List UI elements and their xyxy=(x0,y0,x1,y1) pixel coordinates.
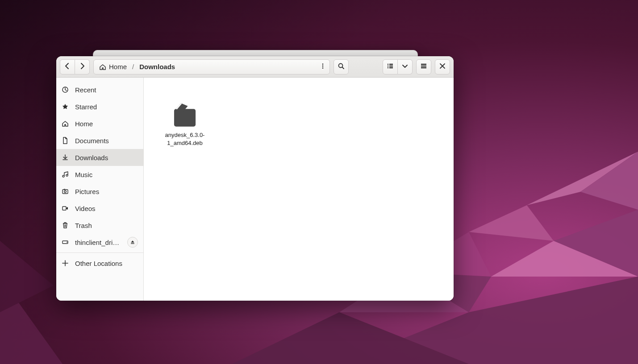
eject-icon xyxy=(130,239,135,246)
file-name-label: anydesk_6.3.0-1_amd64.deb xyxy=(159,131,211,147)
svg-point-14 xyxy=(322,67,323,68)
svg-rect-18 xyxy=(389,64,393,65)
nav-buttons xyxy=(60,59,90,74)
search-button[interactable] xyxy=(334,59,349,74)
sidebar-item-videos[interactable]: Videos xyxy=(56,200,143,217)
view-options-button[interactable] xyxy=(398,59,413,74)
eject-button[interactable] xyxy=(127,237,138,248)
sidebar-item-label: Trash xyxy=(75,222,138,229)
svg-rect-20 xyxy=(389,66,393,66)
home-icon xyxy=(62,120,69,127)
download-icon xyxy=(62,154,69,161)
sidebar-item-label: Documents xyxy=(75,137,138,145)
svg-point-32 xyxy=(67,242,67,243)
sidebar-item-music[interactable]: Music xyxy=(56,166,143,183)
svg-rect-19 xyxy=(388,66,388,66)
back-button[interactable] xyxy=(60,59,75,74)
svg-rect-29 xyxy=(64,189,65,190)
svg-line-16 xyxy=(342,67,344,69)
forward-button[interactable] xyxy=(75,59,90,74)
chevron-left-icon xyxy=(64,62,71,71)
file-item[interactable]: anydesk_6.3.0-1_amd64.deb xyxy=(156,90,213,149)
camera-icon xyxy=(62,188,69,195)
star-icon xyxy=(62,103,69,110)
path-menu-button[interactable] xyxy=(319,59,327,74)
hamburger-icon xyxy=(420,62,427,71)
headerbar-right xyxy=(383,59,450,74)
search-icon xyxy=(338,62,345,71)
svg-rect-21 xyxy=(388,67,388,68)
chevron-down-icon xyxy=(401,62,409,71)
trash-icon xyxy=(62,222,69,229)
sidebar-separator xyxy=(56,252,143,253)
clock-icon xyxy=(62,86,69,93)
video-icon xyxy=(62,205,69,212)
sidebar-item-label: Other Locations xyxy=(75,260,138,267)
close-icon xyxy=(439,62,446,71)
sidebar-item-home[interactable]: Home xyxy=(56,115,143,132)
chevron-right-icon xyxy=(79,62,86,71)
svg-rect-23 xyxy=(421,64,426,65)
drive-icon xyxy=(62,239,69,246)
music-icon xyxy=(62,171,69,178)
svg-point-12 xyxy=(322,63,323,64)
breadcrumb-current-label: Downloads xyxy=(139,63,175,70)
places-sidebar[interactable]: Recent Starred Home Documents Downloads xyxy=(56,78,144,301)
sidebar-item-label: Videos xyxy=(75,205,138,212)
sidebar-item-label: Recent xyxy=(75,86,138,94)
svg-rect-22 xyxy=(389,67,393,68)
breadcrumb-current[interactable]: Downloads xyxy=(137,62,178,71)
svg-rect-27 xyxy=(63,190,68,194)
view-switcher xyxy=(383,59,413,74)
breadcrumbs: Home / Downloads xyxy=(96,62,178,71)
svg-marker-2 xyxy=(469,205,554,241)
sidebar-item-label: thinclient_drives xyxy=(75,239,121,246)
icon-view[interactable]: anydesk_6.3.0-1_amd64.deb xyxy=(144,78,454,301)
path-bar[interactable]: Home / Downloads xyxy=(93,59,330,74)
list-view-button[interactable] xyxy=(383,59,398,74)
close-window-button[interactable] xyxy=(435,59,450,74)
file-manager-window: Home / Downloads xyxy=(56,56,454,301)
sidebar-item-label: Music xyxy=(75,171,138,178)
sidebar-item-thinclient-drives[interactable]: thinclient_drives xyxy=(56,234,143,251)
breadcrumb-home-label: Home xyxy=(109,63,127,70)
breadcrumb-separator: / xyxy=(132,63,134,70)
svg-point-28 xyxy=(64,190,67,193)
sidebar-item-documents[interactable]: Documents xyxy=(56,132,143,149)
sidebar-item-label: Downloads xyxy=(75,154,138,161)
document-icon xyxy=(62,137,69,144)
plus-icon xyxy=(62,260,69,267)
sidebar-item-label: Starred xyxy=(75,103,138,111)
list-view-icon xyxy=(387,62,394,71)
sidebar-item-starred[interactable]: Starred xyxy=(56,98,143,115)
sidebar-item-recent[interactable]: Recent xyxy=(56,81,143,98)
svg-rect-17 xyxy=(388,64,388,65)
hamburger-menu-button[interactable] xyxy=(416,59,431,74)
sidebar-item-label: Home xyxy=(75,120,138,128)
headerbar: Home / Downloads xyxy=(56,56,454,78)
package-icon xyxy=(167,93,203,128)
svg-point-13 xyxy=(322,66,323,66)
svg-marker-11 xyxy=(0,241,54,312)
sidebar-item-other-locations[interactable]: Other Locations xyxy=(56,255,143,272)
sidebar-item-trash[interactable]: Trash xyxy=(56,217,143,234)
svg-rect-33 xyxy=(131,243,134,244)
sidebar-item-pictures[interactable]: Pictures xyxy=(56,183,143,200)
window-body: Recent Starred Home Documents Downloads xyxy=(56,78,454,301)
svg-rect-30 xyxy=(63,207,66,210)
breadcrumb-home[interactable]: Home xyxy=(96,62,129,71)
sidebar-item-label: Pictures xyxy=(75,188,138,195)
svg-rect-24 xyxy=(421,66,426,66)
sidebar-item-downloads[interactable]: Downloads xyxy=(56,149,143,166)
home-icon xyxy=(99,63,106,70)
kebab-icon xyxy=(320,63,326,70)
svg-rect-25 xyxy=(421,67,426,68)
